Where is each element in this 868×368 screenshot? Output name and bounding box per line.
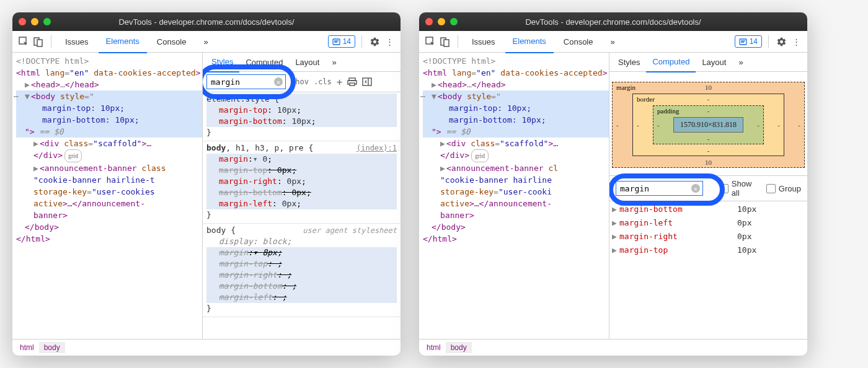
more-subtabs-icon[interactable]: » <box>326 53 342 71</box>
computed-row[interactable]: ▶margin-left0px <box>609 216 807 230</box>
titlebar: DevTools - developer.chrome.com/docs/dev… <box>12 12 401 31</box>
clear-icon[interactable]: ✕ <box>274 77 283 86</box>
breadcrumb: html body <box>12 339 401 356</box>
tab-console[interactable]: Console <box>556 31 601 52</box>
subtab-layout[interactable]: Layout <box>696 53 732 71</box>
more-subtabs-icon[interactable]: » <box>732 53 749 71</box>
device-icon[interactable] <box>439 35 451 48</box>
minimize-icon[interactable] <box>31 18 38 25</box>
tab-console[interactable]: Console <box>149 31 194 52</box>
zoom-icon[interactable] <box>450 18 458 25</box>
selected-node[interactable]: ⋯ ▼<body style=" margin-top: 10px; margi… <box>16 90 202 138</box>
gear-icon[interactable] <box>775 35 787 48</box>
rule-body-multi[interactable]: body, h1, h3, p, pre {(index):1 margin:▾… <box>203 141 401 224</box>
subtab-computed[interactable]: Computed <box>646 53 696 72</box>
hov-toggle[interactable]: :hov <box>291 77 309 86</box>
tab-elements[interactable]: Elements <box>99 31 147 53</box>
zoom-icon[interactable] <box>43 18 51 25</box>
subtab-computed[interactable]: Computed <box>239 53 289 71</box>
plus-icon[interactable]: + <box>337 76 343 88</box>
computed-row[interactable]: ▶margin-right0px <box>609 230 807 243</box>
dom-tree[interactable]: <!DOCTYPE html> <html lang="en" data-coo… <box>12 53 203 339</box>
styles-filter[interactable]: ✕ <box>206 74 286 89</box>
computed-filter[interactable]: ✕ <box>616 181 703 196</box>
cls-toggle[interactable]: .cls <box>314 77 332 86</box>
grid-badge[interactable]: grid <box>64 149 82 162</box>
subtab-styles[interactable]: Styles <box>612 53 646 71</box>
main-toolbar: Issues Elements Console » 14 ⋮ <box>419 31 807 53</box>
computed-list: ▶margin-bottom10px ▶margin-left0px ▶marg… <box>609 201 807 258</box>
issues-count: 14 <box>343 37 351 46</box>
computed-row[interactable]: ▶margin-bottom10px <box>609 203 807 216</box>
tab-issues[interactable]: Issues <box>58 31 96 52</box>
svg-rect-2 <box>37 40 42 46</box>
box-model-content: 1570.910×831.818 <box>673 117 743 133</box>
window-title: DevTools - developer.chrome.com/docs/dev… <box>419 17 807 27</box>
crumb-html[interactable]: html <box>422 342 446 353</box>
svg-rect-7 <box>363 78 371 85</box>
main-toolbar: Issues Elements Console » 14 ⋮ <box>12 31 401 53</box>
devtools-window-computed: DevTools - developer.chrome.com/docs/dev… <box>419 12 807 356</box>
box-model[interactable]: margin 1010-- border ---- padding ---- 1… <box>609 72 807 176</box>
clear-icon[interactable]: ✕ <box>691 184 700 193</box>
kebab-icon[interactable]: ⋮ <box>383 35 396 48</box>
more-tabs-icon[interactable]: » <box>196 31 215 52</box>
side-tabs: Styles Computed Layout » <box>203 53 401 72</box>
subtab-layout[interactable]: Layout <box>289 53 326 71</box>
titlebar: DevTools - developer.chrome.com/docs/dev… <box>419 12 807 31</box>
svg-rect-11 <box>444 40 449 46</box>
computed-row[interactable]: ▶margin-top10px <box>609 243 807 257</box>
group-checkbox[interactable]: Group <box>766 184 801 193</box>
filter-input[interactable] <box>210 77 274 87</box>
device-icon[interactable] <box>32 35 45 48</box>
dom-tree[interactable]: <!DOCTYPE html> <html lang="en" data-coo… <box>419 53 609 339</box>
close-icon[interactable] <box>19 18 26 25</box>
doctype: <!DOCTYPE html> <box>16 55 202 67</box>
tab-issues[interactable]: Issues <box>464 31 503 52</box>
filter-input[interactable] <box>619 183 691 194</box>
rule-element-style[interactable]: element.style { margin-top: 10px; margin… <box>203 92 401 141</box>
gear-icon[interactable] <box>368 35 381 48</box>
close-icon[interactable] <box>425 18 433 25</box>
computed-filter-bar: ✕ Show all Group <box>609 176 807 201</box>
styles-rules: element.style { margin-top: 10px; margin… <box>203 92 401 339</box>
minimize-icon[interactable] <box>438 18 445 25</box>
window-controls <box>19 18 51 25</box>
issues-badge[interactable]: 14 <box>735 35 762 48</box>
window-title: DevTools - developer.chrome.com/docs/dev… <box>12 17 401 27</box>
rule-ua[interactable]: body {user agent stylesheet display: blo… <box>203 224 401 317</box>
crumb-body[interactable]: body <box>39 342 65 353</box>
crumb-html[interactable]: html <box>15 342 39 353</box>
styles-filter-bar: ✕ :hov .cls + <box>203 72 401 92</box>
print-icon[interactable] <box>347 77 357 86</box>
kebab-icon[interactable]: ⋮ <box>790 35 802 48</box>
svg-rect-6 <box>350 83 355 85</box>
issues-badge[interactable]: 14 <box>328 35 355 48</box>
crumb-body[interactable]: body <box>446 342 472 353</box>
more-tabs-icon[interactable]: » <box>603 31 622 52</box>
panel-toggle-icon[interactable] <box>362 77 372 86</box>
inspect-icon[interactable] <box>424 35 436 48</box>
tab-elements[interactable]: Elements <box>505 31 554 53</box>
show-all-checkbox[interactable]: Show all <box>720 179 758 198</box>
subtab-styles[interactable]: Styles <box>205 53 239 72</box>
devtools-window-styles: DevTools - developer.chrome.com/docs/dev… <box>12 12 401 356</box>
inspect-icon[interactable] <box>17 35 30 48</box>
